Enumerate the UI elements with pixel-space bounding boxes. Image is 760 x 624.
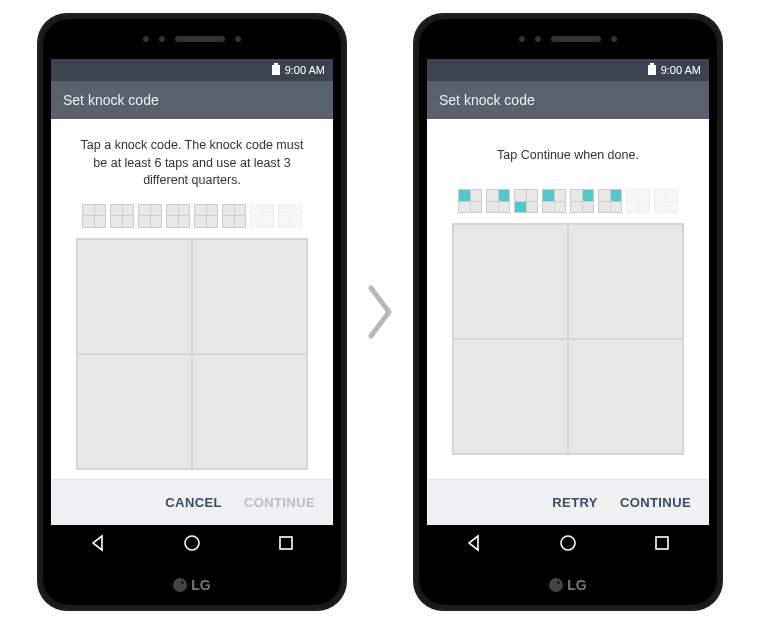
- tap-indicator: [486, 189, 510, 213]
- tap-indicator: [458, 189, 482, 213]
- android-navbar: [427, 525, 709, 565]
- tap-indicator: [278, 204, 302, 228]
- phone-body: 9:00 AM Set knock code Tap Continue when…: [419, 19, 717, 605]
- recents-icon[interactable]: [276, 533, 296, 557]
- screen: 9:00 AM Set knock code Tap a knock code.…: [51, 59, 333, 525]
- back-icon[interactable]: [464, 533, 484, 557]
- home-icon[interactable]: [558, 533, 578, 557]
- tap-indicator: [542, 189, 566, 213]
- svg-rect-4: [648, 65, 656, 75]
- svg-rect-5: [650, 63, 654, 65]
- tap-indicator: [654, 189, 678, 213]
- cancel-button[interactable]: CANCEL: [165, 495, 222, 510]
- knock-grid[interactable]: [452, 223, 684, 455]
- knock-quadrant-2[interactable]: [568, 224, 683, 339]
- content-area: Tap Continue when done.: [427, 119, 709, 479]
- knock-quadrant-3[interactable]: [77, 354, 192, 469]
- knock-quadrant-1[interactable]: [453, 224, 568, 339]
- app-bar: Set knock code: [427, 81, 709, 119]
- home-icon[interactable]: [182, 533, 202, 557]
- content-area: Tap a knock code. The knock code must be…: [51, 119, 333, 479]
- app-bar: Set knock code: [51, 81, 333, 119]
- tap-indicator: [110, 204, 134, 228]
- knock-quadrant-2[interactable]: [192, 239, 307, 354]
- continue-button[interactable]: CONTINUE: [244, 495, 315, 510]
- battery-icon: [271, 63, 281, 77]
- earpiece: [419, 19, 717, 59]
- instruction-text: Tap Continue when done.: [475, 119, 661, 185]
- indicator-row-left: [82, 204, 302, 228]
- tap-indicator: [514, 189, 538, 213]
- tap-indicator: [194, 204, 218, 228]
- appbar-title: Set knock code: [63, 92, 159, 108]
- retry-button[interactable]: RETRY: [552, 495, 598, 510]
- status-bar: 9:00 AM: [51, 59, 333, 81]
- screen: 9:00 AM Set knock code Tap Continue when…: [427, 59, 709, 525]
- indicator-row-right: [458, 189, 678, 213]
- phone-chin: LG: [43, 565, 341, 605]
- phone-left: 9:00 AM Set knock code Tap a knock code.…: [37, 13, 347, 611]
- continue-button[interactable]: CONTINUE: [620, 495, 691, 510]
- android-navbar: [51, 525, 333, 565]
- earpiece: [43, 19, 341, 59]
- status-bar: 9:00 AM: [427, 59, 709, 81]
- knock-quadrant-4[interactable]: [568, 339, 683, 454]
- lg-logo-icon: [549, 578, 563, 592]
- tap-indicator: [138, 204, 162, 228]
- knock-quadrant-1[interactable]: [77, 239, 192, 354]
- instruction-text: Tap a knock code. The knock code must be…: [51, 119, 333, 200]
- lg-logo-icon: [173, 578, 187, 592]
- svg-rect-1: [274, 63, 278, 65]
- tap-indicator: [82, 204, 106, 228]
- phone-right: 9:00 AM Set knock code Tap Continue when…: [413, 13, 723, 611]
- tap-indicator: [570, 189, 594, 213]
- brand-label: LG: [567, 577, 586, 593]
- tap-indicator: [166, 204, 190, 228]
- tap-indicator: [626, 189, 650, 213]
- knock-quadrant-3[interactable]: [453, 339, 568, 454]
- svg-point-2: [185, 536, 199, 550]
- button-bar: RETRY CONTINUE: [427, 479, 709, 525]
- tap-indicator: [598, 189, 622, 213]
- button-bar: CANCEL CONTINUE: [51, 479, 333, 525]
- status-time: 9:00 AM: [661, 64, 701, 76]
- back-icon[interactable]: [88, 533, 108, 557]
- tap-indicator: [250, 204, 274, 228]
- svg-rect-3: [280, 537, 292, 549]
- arrow-icon: [363, 282, 397, 342]
- appbar-title: Set knock code: [439, 92, 535, 108]
- svg-rect-7: [656, 537, 668, 549]
- status-time: 9:00 AM: [285, 64, 325, 76]
- knock-quadrant-4[interactable]: [192, 354, 307, 469]
- phone-chin: LG: [419, 565, 717, 605]
- battery-icon: [647, 63, 657, 77]
- phone-body: 9:00 AM Set knock code Tap a knock code.…: [43, 19, 341, 605]
- tap-indicator: [222, 204, 246, 228]
- recents-icon[interactable]: [652, 533, 672, 557]
- svg-point-6: [561, 536, 575, 550]
- knock-grid[interactable]: [76, 238, 308, 470]
- svg-rect-0: [272, 65, 280, 75]
- brand-label: LG: [191, 577, 210, 593]
